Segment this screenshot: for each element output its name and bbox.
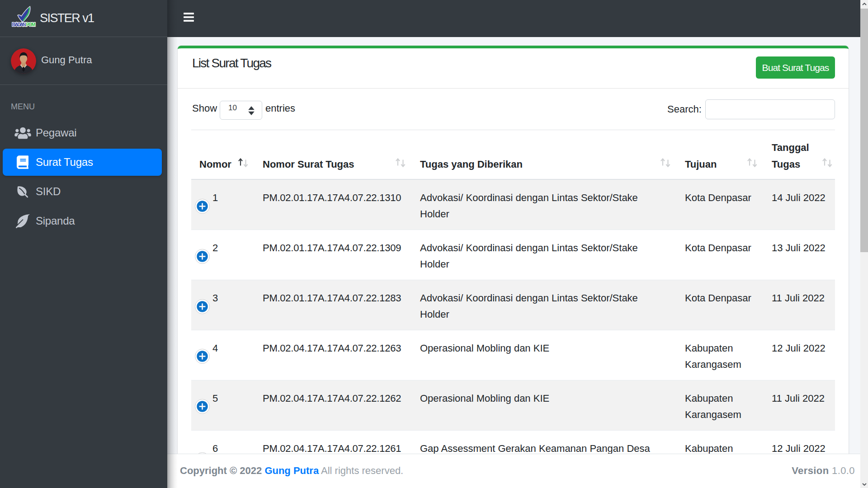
svg-text:POM: POM (26, 22, 35, 27)
svg-text:BADAN: BADAN (12, 22, 26, 27)
